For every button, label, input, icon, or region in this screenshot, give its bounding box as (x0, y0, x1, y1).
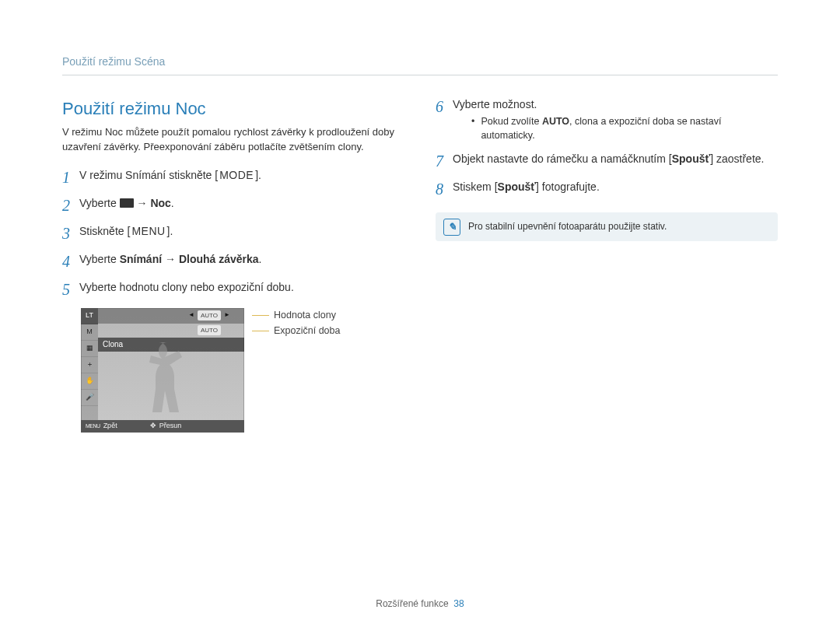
camera-screen: LT M ▦ ＋ ✋ 🎤 AUTO AUTO Clona (81, 308, 244, 433)
step-text: Vyberte hodnotu clony nebo expoziční dob… (79, 280, 404, 296)
camera-top-bar: AUTO (98, 308, 244, 324)
step-6: 6 Vyberte možnost. Pokud zvolíte AUTO, c… (436, 97, 778, 143)
mic-icon: 🎤 (81, 390, 98, 406)
callouts: Hodnota clony Expoziční doba (252, 308, 340, 339)
left-column: Použití režimu Noc V režimu Noc můžete p… (62, 97, 404, 433)
step-2: 2 Vyberte → Noc. (62, 196, 404, 215)
scene-icon (120, 198, 134, 208)
sub-text: Pokud zvolíte (481, 116, 542, 127)
back-label: Zpět (103, 421, 117, 431)
step-text: Objekt nastavte do rámečku a namáčknutím… (453, 152, 672, 165)
step-3: 3 Stiskněte [MENU]. (62, 224, 404, 243)
step-text: . (171, 197, 174, 209)
intro-text: V režimu Noc můžete použít pomalou rychl… (62, 125, 404, 153)
right-column: 6 Vyberte možnost. Pokud zvolíte AUTO, c… (436, 97, 778, 433)
step-text: Vyberte možnost. (453, 98, 537, 110)
sub-bold: AUTO (542, 116, 569, 127)
person-silhouette (128, 335, 190, 420)
camera-preview: LT M ▦ ＋ ✋ 🎤 AUTO AUTO Clona (81, 308, 404, 433)
step-text: ]. (167, 225, 173, 237)
menu-icon: MENU (86, 422, 100, 430)
step-4: 4 Vyberte Snímání → Dlouhá závěrka. (62, 252, 404, 271)
step-5: 5 Vyberte hodnotu clony nebo expoziční d… (62, 280, 404, 299)
step-8: 8 Stiskem [Spoušť] fotografujte. (436, 180, 778, 198)
note-icon: ✎ (443, 219, 460, 236)
step-number: 2 (62, 196, 79, 215)
step-number: 3 (62, 224, 79, 243)
step-number: 1 (62, 168, 79, 187)
auto-chip-2: AUTO (198, 325, 221, 335)
step-text: . (259, 253, 262, 265)
arrow-icon: → (134, 197, 151, 209)
step-bold: Dlouhá závěrka (179, 253, 259, 265)
grid-icon: ▦ (81, 341, 98, 357)
camera-sidebar: LT M ▦ ＋ ✋ 🎤 (81, 308, 98, 420)
move-label: Přesun (159, 421, 182, 431)
m-icon: M (81, 324, 98, 341)
step-text: Stiskněte [ (79, 225, 130, 237)
arrow-icon: → (162, 253, 179, 265)
step-number: 6 (436, 97, 453, 116)
lt-badge: LT (81, 308, 98, 324)
step-text: V režimu Snímání stiskněte [ (79, 169, 218, 181)
callout-exposure: Expoziční doba (274, 324, 340, 338)
plus-icon: ＋ (81, 357, 98, 373)
note-text: Pro stabilní upevnění fotoaparátu použij… (468, 221, 667, 232)
step-number: 5 (62, 280, 79, 299)
step-text: Vyberte (79, 197, 120, 209)
step-number: 7 (436, 152, 453, 170)
callout-aperture: Hodnota clony (274, 309, 336, 323)
step-bold: Noc (150, 197, 170, 209)
note-box: ✎ Pro stabilní upevnění fotoaparátu použ… (436, 212, 778, 241)
sub-bullet: Pokud zvolíte AUTO, clona a expoziční do… (471, 115, 778, 142)
step-text: ]. (255, 169, 261, 181)
step-text: ] zaostřete. (710, 152, 764, 165)
step-text: ] fotografujte. (536, 180, 600, 193)
page-footer: Rozšířené funkce 38 (0, 597, 840, 611)
breadcrumb: Použití režimu Scéna (62, 54, 778, 75)
step-1: 1 V režimu Snímání stiskněte [MODE]. (62, 168, 404, 187)
auto-chip-1: AUTO (198, 310, 221, 321)
step-7: 7 Objekt nastavte do rámečku a namáčknut… (436, 152, 778, 170)
menu-key: MENU (130, 224, 166, 240)
camera-footer: MENUZpět ✥Přesun (81, 420, 244, 433)
shutter-bold: Spoušť (672, 152, 711, 165)
shutter-bold: Spoušť (498, 180, 537, 193)
step-text: Stiskem [ (453, 180, 498, 193)
stabilize-icon: ✋ (81, 373, 98, 390)
nav-cross-icon: ✥ (150, 421, 156, 431)
step-text: Vyberte (79, 253, 120, 265)
step-number: 4 (62, 252, 79, 271)
step-number: 8 (436, 180, 453, 198)
section-title: Použití režimu Noc (62, 97, 404, 121)
step-bold: Snímání (120, 253, 162, 265)
footer-label: Rozšířené funkce (376, 598, 448, 609)
mode-key: MODE (218, 168, 255, 184)
page-number: 38 (453, 598, 464, 609)
